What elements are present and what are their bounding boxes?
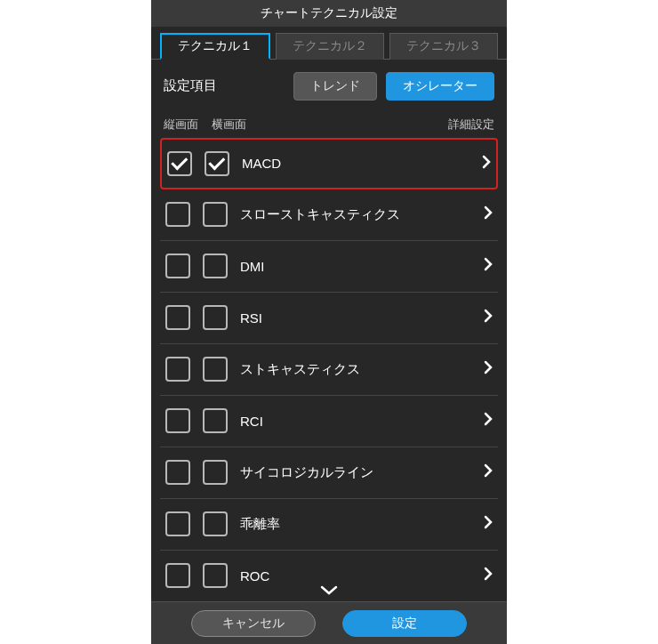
chevron-right-icon [484,412,493,430]
chevron-right-icon [484,515,493,533]
list-item-label: サイコロジカルライン [240,464,471,481]
footer-bar: キャンセル 設定 [151,601,507,644]
indicator-list: MACDスローストキャスティクスDMIRSIストキャスティクスRCIサイコロジカ… [151,138,507,601]
list-item[interactable]: DMI [160,241,498,293]
tab-technical-1[interactable]: テクニカル１ [160,33,270,60]
segment-label: トレンド [310,78,360,94]
checkbox-landscape[interactable] [203,357,228,382]
tab-bar: テクニカル１ テクニカル２ テクニカル３ [151,27,507,60]
list-item-label: MACD [242,156,469,171]
header-landscape: 横画面 [212,117,448,133]
chevron-right-icon [484,257,493,275]
list-item-label: RCI [240,414,471,429]
checkbox-portrait[interactable] [165,408,190,433]
checkbox-landscape[interactable] [203,460,228,485]
confirm-button[interactable]: 設定 [342,610,467,637]
cancel-button[interactable]: キャンセル [191,610,316,637]
checkbox-portrait[interactable] [165,460,190,485]
chevron-down-icon [320,585,338,596]
checkbox-portrait[interactable] [165,254,190,278]
segment-oscillator[interactable]: オシレーター [386,72,494,101]
list-item-label: 乖離率 [240,516,471,533]
list-item[interactable]: RCI [160,396,498,447]
list-item[interactable]: RSI [160,293,498,344]
list-header: 縦画面 横画面 詳細設定 [151,113,507,138]
chevron-right-icon [484,463,493,481]
button-label: 設定 [392,616,417,632]
settings-label: 設定項目 [164,77,285,94]
checkbox-portrait[interactable] [165,357,190,382]
tab-label: テクニカル３ [406,38,481,54]
checkbox-portrait[interactable] [167,151,192,176]
checkbox-portrait[interactable] [165,305,190,330]
tab-technical-3[interactable]: テクニカル３ [389,33,498,60]
title-bar: チャートテクニカル設定 [151,0,507,27]
page-title: チャートテクニカル設定 [261,5,397,21]
list-item[interactable]: ストキャスティクス [160,344,498,396]
checkbox-landscape[interactable] [203,202,228,227]
tab-label: テクニカル２ [293,38,367,54]
chevron-right-icon [484,309,493,326]
header-detail: 詳細設定 [448,117,494,133]
chevron-right-icon [484,567,493,584]
checkbox-portrait[interactable] [165,511,190,536]
segment-label: オシレーター [403,78,477,94]
list-item-label: RSI [240,310,471,326]
chevron-right-icon [484,205,493,223]
settings-row: 設定項目 トレンド オシレーター [151,60,507,113]
list-item[interactable]: 乖離率 [160,499,498,551]
checkbox-portrait[interactable] [165,563,190,588]
chevron-right-icon [482,155,491,173]
chevron-right-icon [484,360,493,378]
checkbox-landscape[interactable] [203,563,228,588]
list-item[interactable]: MACD [160,138,498,189]
list-item-label: スローストキャスティクス [240,206,471,223]
checkbox-landscape[interactable] [203,511,228,536]
checkbox-landscape[interactable] [205,151,229,176]
button-label: キャンセル [222,616,285,632]
checkbox-portrait[interactable] [165,202,190,227]
tab-technical-2[interactable]: テクニカル２ [276,33,384,60]
tab-label: テクニカル１ [178,38,253,54]
list-item-label: ストキャスティクス [240,361,471,378]
list-item[interactable]: スローストキャスティクス [160,189,498,241]
checkbox-landscape[interactable] [203,305,228,330]
list-item-label: DMI [240,259,471,274]
segment-trend[interactable]: トレンド [293,72,377,101]
checkbox-landscape[interactable] [203,254,228,278]
header-portrait: 縦画面 [164,117,212,133]
list-item[interactable]: サイコロジカルライン [160,447,498,499]
checkbox-landscape[interactable] [203,408,228,433]
list-item-label: ROC [240,568,471,584]
scroll-indicator[interactable] [320,584,338,600]
app-window: チャートテクニカル設定 テクニカル１ テクニカル２ テクニカル３ 設定項目 トレ… [151,0,507,644]
